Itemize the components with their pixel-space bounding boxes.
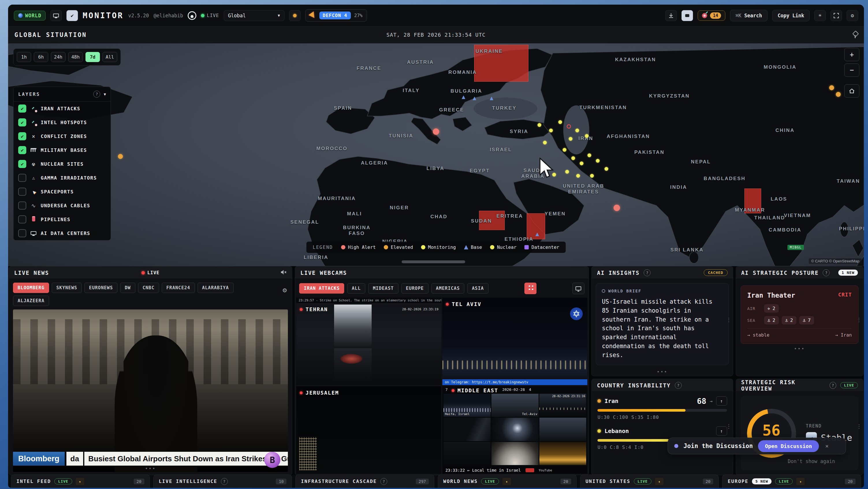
news-channel-tab-skynews[interactable]: SKYNEWS (52, 283, 82, 293)
webcam-tile-middle-east[interactable]: Haifa, Israel Tel-Aviv 28-02-2026 23:31:… (442, 386, 587, 474)
map-marker-mon[interactable] (543, 141, 547, 144)
layer-checkbox[interactable]: ✔ (18, 132, 26, 140)
bottom-panel-intel-feed[interactable]: INTEL FEEDLIVE✦20 (11, 475, 150, 488)
iran-theater-card[interactable]: Iran Theater CRIT AIR ✈2 SEA ⚓2⚓2⚓7 → st… (741, 286, 859, 344)
world-badge[interactable]: WORLD (14, 11, 45, 21)
map-marker-mon[interactable] (565, 170, 569, 174)
news-channel-tab-dw[interactable]: DW (120, 283, 135, 293)
layer-row-undersea-cables[interactable]: ∿UNDERSEA CABLES (13, 199, 111, 213)
bottom-panel-live-intelligence[interactable]: LIVE INTELLIGENCE?10 (153, 475, 292, 488)
map-marker-el[interactable] (118, 154, 123, 159)
panel-drag-handle[interactable]: ••• (592, 369, 733, 376)
copy-link-button[interactable]: Copy Link (772, 10, 810, 21)
github-icon[interactable] (188, 11, 196, 20)
layer-checkbox[interactable] (18, 188, 26, 196)
list-view-button[interactable] (572, 283, 584, 294)
chevron-down-icon[interactable]: ▼ (104, 92, 106, 96)
layer-checkbox[interactable]: ✔ (18, 104, 26, 112)
sparkle-icon[interactable]: ✦ (76, 478, 84, 485)
layer-row-spaceports[interactable]: ▲SPACEPORTS (13, 185, 111, 199)
map-marker-mon[interactable] (562, 148, 566, 152)
region-select[interactable]: Global ▼ (224, 10, 284, 21)
sparkle-icon[interactable]: ✦ (502, 478, 511, 485)
status-dot-button[interactable] (289, 10, 301, 21)
map-marker-mon[interactable] (596, 159, 599, 163)
map-marker-mon[interactable] (587, 154, 591, 157)
news-channel-tab-cnbc[interactable]: CNBC (138, 283, 159, 293)
panel-resize-handle[interactable]: ⋮ (857, 423, 862, 429)
time-range-all[interactable]: All (102, 52, 117, 62)
panel-resize-handle[interactable]: ⋮ (726, 317, 732, 323)
layer-row-ai-data-centers[interactable]: AI DATA CENTERS (13, 226, 111, 240)
layer-row-conflict-zones[interactable]: ✔×CONFLICT ZONES (13, 129, 111, 143)
webcam-tile-telaviv[interactable]: TEL AVIV on Telegram: https://t.me/break… (442, 298, 587, 385)
webcam-tab-all[interactable]: ALL (347, 283, 365, 294)
help-icon[interactable]: ? (675, 382, 682, 389)
news-video-player[interactable]: Bloomberg da Busiest Global Airports Shu… (13, 309, 288, 472)
dont-show-again-link[interactable]: Don't show again (788, 458, 835, 464)
time-range-24h[interactable]: 24h (51, 52, 66, 62)
map-marker-base[interactable] (462, 96, 465, 99)
layers-panel-header[interactable]: LAYERS ? ▼ (13, 87, 111, 102)
share-button[interactable]: ↑ (716, 396, 727, 405)
sparkle-icon[interactable]: ✦ (796, 478, 805, 485)
map-marker-mon[interactable] (568, 137, 572, 141)
webcam-tab-iran-attacks[interactable]: IRAN ATTACKS (299, 283, 344, 294)
alerts-button[interactable]: 14 (698, 10, 725, 21)
map-marker-mon[interactable] (549, 129, 553, 132)
map-marker-base[interactable] (473, 97, 476, 100)
time-range-48h[interactable]: 48h (68, 52, 83, 62)
webcam-tab-europe[interactable]: EUROPE (401, 283, 429, 294)
webcam-tab-asia[interactable]: ASIA (467, 283, 488, 294)
pin-icon[interactable] (852, 31, 858, 38)
home-button[interactable] (844, 84, 859, 98)
bottom-panel-united-states[interactable]: UNITED STATESLIVE✦20 (580, 475, 719, 488)
layer-row-gamma-irradiators[interactable]: ⚠GAMMA IRRADIATORS (13, 171, 111, 185)
help-icon[interactable]: ? (380, 478, 387, 485)
news-settings-gear-icon[interactable]: ⚙ (283, 286, 287, 294)
settings-button[interactable]: ⚙ (847, 10, 858, 21)
news-channel-tab-aljazeera[interactable]: ALJAZEERA (13, 296, 49, 306)
panel-drag-handle[interactable]: ••• (736, 346, 863, 352)
map-marker-ring[interactable] (566, 124, 571, 129)
toast-close-icon[interactable]: × (825, 443, 829, 450)
map-scrollbar[interactable] (402, 260, 465, 263)
help-icon[interactable]: ? (644, 269, 651, 276)
bottom-panel-europe[interactable]: EUROPE5 NEWLIVE✦20 (722, 475, 861, 488)
mute-icon[interactable] (280, 269, 287, 276)
help-icon[interactable]: ? (221, 478, 228, 485)
news-channel-tab-bloomberg[interactable]: BLOOMBERG (13, 283, 49, 293)
layer-checkbox[interactable] (18, 201, 26, 209)
bottom-panel-world-news[interactable]: WORLD NEWSLIVE✦20 (438, 475, 577, 488)
map-marker-el[interactable] (829, 86, 834, 90)
time-range-7d[interactable]: 7d (86, 52, 100, 62)
webcam-tile-jerusalem[interactable]: JERUSALEM (296, 386, 441, 474)
help-icon[interactable]: ? (823, 269, 830, 276)
help-icon[interactable]: ? (93, 91, 100, 98)
layer-checkbox[interactable] (18, 215, 26, 223)
fullscreen-button[interactable] (831, 10, 842, 21)
open-discussion-button[interactable]: Open Discussion (758, 440, 819, 452)
share-button[interactable]: ↑ (716, 426, 727, 435)
layer-row-intel-hotspots[interactable]: ✔INTEL HOTSPOTS (13, 116, 111, 129)
download-button[interactable] (665, 10, 677, 21)
world-brief-card[interactable]: WORLD BRIEF US-Israeli missile attack ki… (596, 283, 728, 365)
instability-row-iran[interactable]: Iran68→↑U:30 C:100 S:35 I:80 (592, 392, 733, 422)
webcam-tile-tehran[interactable]: 23:29:57 - Strike on School. The strike … (296, 298, 441, 385)
sparkle-icon[interactable]: ✦ (655, 478, 663, 485)
map-marker-mon[interactable] (538, 123, 541, 127)
layer-row-pipelines[interactable]: PIPELINES (13, 213, 111, 226)
map-marker-mon[interactable] (604, 167, 608, 171)
map-marker-mon[interactable] (571, 157, 575, 160)
pip-icon-button[interactable] (681, 10, 693, 21)
layer-checkbox[interactable]: ✔ (18, 118, 26, 126)
display-icon-button[interactable] (50, 10, 62, 21)
map-marker-base[interactable] (490, 97, 494, 100)
bottom-panel-infrastructure-cascade[interactable]: INFRASTRUCTURE CASCADE?297 (296, 475, 434, 488)
layer-row-military-bases[interactable]: ✔MILITARY BASES (13, 143, 111, 157)
world-map[interactable]: FRANCEAUSTRIAUKRAINEROMANIAITALYBULGARIA… (8, 43, 864, 266)
layer-checkbox[interactable]: ✔ (18, 160, 26, 168)
layer-checkbox[interactable]: ✔ (18, 146, 26, 154)
map-marker-mon[interactable] (558, 120, 562, 124)
map-marker-hi[interactable] (614, 205, 620, 211)
